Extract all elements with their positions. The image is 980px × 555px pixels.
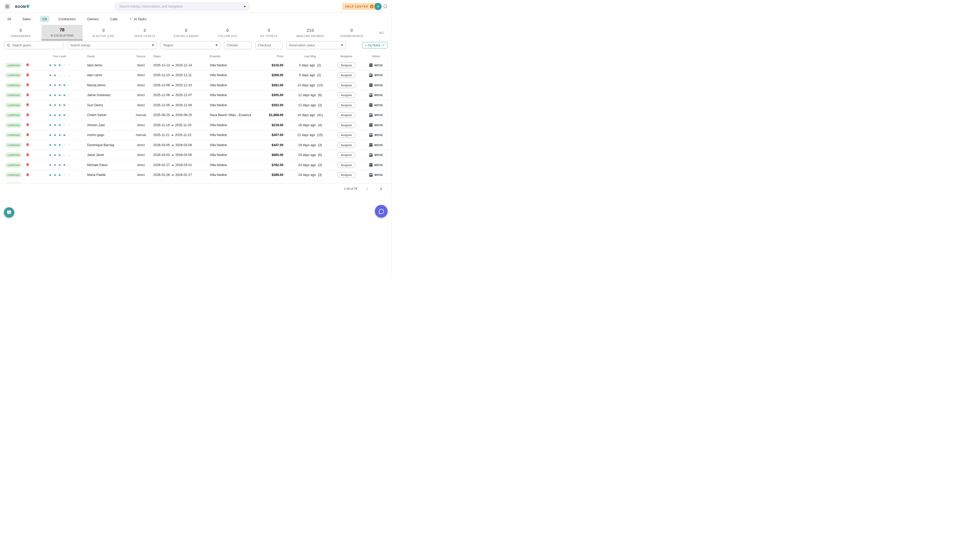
next-page-button[interactable]	[378, 186, 383, 191]
fun-level-rating[interactable]: ★★★★☆	[32, 103, 87, 107]
star-icon[interactable]: ★	[53, 143, 56, 147]
stat-overbookings[interactable]: 0 OVERBOOKINGS	[331, 25, 373, 40]
star-icon[interactable]: ★	[53, 83, 56, 87]
fun-level-rating[interactable]: ★★★★☆	[32, 83, 87, 87]
star-icon[interactable]: ★	[53, 93, 56, 97]
star-icon[interactable]: ★	[49, 133, 52, 137]
star-icon[interactable]: ★	[53, 64, 56, 67]
assignee-button[interactable]: Assignee	[337, 92, 355, 98]
star-icon[interactable]: ☆	[67, 103, 71, 107]
star-icon[interactable]: ★	[49, 143, 52, 147]
previous-page-button[interactable]	[365, 186, 370, 191]
star-icon[interactable]: ☆	[67, 83, 71, 87]
tab-owners[interactable]: Owners	[85, 16, 101, 22]
move-button[interactable]: MOVE	[369, 114, 383, 117]
star-icon[interactable]: ★	[58, 163, 61, 167]
star-icon[interactable]: ☆	[67, 114, 71, 117]
assignee-button[interactable]: Assignee	[337, 122, 355, 128]
star-icon[interactable]: ★	[49, 124, 52, 127]
assignee-button[interactable]: Assignee	[337, 142, 355, 148]
fun-level-rating[interactable]: ★★★★☆	[32, 93, 87, 97]
star-icon[interactable]: ★	[53, 124, 56, 127]
star-icon[interactable]: ★	[49, 173, 52, 177]
star-icon[interactable]: ★	[58, 173, 61, 177]
property-name[interactable]: Villa Nedine	[202, 93, 262, 97]
star-icon[interactable]: ☆	[67, 64, 71, 67]
star-icon[interactable]: ★	[63, 103, 66, 107]
add-button[interactable]: +	[374, 3, 382, 10]
move-button[interactable]: MOVE	[369, 64, 383, 67]
property-name[interactable]: Villa Nedine	[202, 173, 262, 177]
assignee-button[interactable]: Assignee	[337, 172, 355, 178]
search-listings-select[interactable]: Search listings	[67, 41, 157, 49]
star-icon[interactable]: ☆	[67, 133, 71, 137]
star-icon[interactable]: ★	[63, 83, 66, 87]
stat-awaiting-payment[interactable]: 210 AWAITING PAYMENT	[289, 25, 331, 40]
star-icon[interactable]: ★	[63, 114, 66, 117]
star-icon[interactable]: ★	[58, 103, 61, 107]
star-icon[interactable]: ★	[58, 133, 61, 137]
guest-name[interactable]: Janet Janet	[87, 153, 131, 157]
guest-name[interactable]: Idan demo	[87, 64, 131, 67]
checkin-input[interactable]	[227, 43, 249, 47]
fun-level-rating[interactable]: ★★★★☆	[32, 163, 87, 167]
stat-my-tickets[interactable]: 0 MY TICKETS	[248, 25, 289, 40]
checkout-input[interactable]	[258, 43, 280, 47]
star-icon[interactable]: ☆	[63, 124, 66, 127]
chevron-down-icon[interactable]	[244, 6, 246, 7]
move-button[interactable]: MOVE	[369, 124, 383, 127]
guest-name[interactable]: Michael Paton	[87, 163, 131, 167]
assignee-button[interactable]: Assignee	[337, 152, 355, 158]
guest-name[interactable]: Ahmen Zaid	[87, 124, 131, 127]
star-icon[interactable]: ★	[53, 173, 56, 177]
property-name[interactable]: Villa Nedine	[202, 163, 262, 167]
star-icon[interactable]: ★	[58, 93, 61, 97]
star-icon[interactable]: ★	[49, 163, 52, 167]
stat-ai-escalations[interactable]: 78 AI ESCALATIONS	[42, 25, 83, 40]
star-icon[interactable]: ★	[53, 163, 56, 167]
assignee-button[interactable]: Assignee	[337, 102, 355, 108]
tab-sales[interactable]: Sales	[20, 16, 33, 22]
notifications-bell-button[interactable]	[382, 4, 388, 9]
tab-cs[interactable]: CS	[40, 16, 49, 22]
move-button[interactable]: MOVE	[369, 74, 383, 77]
star-icon[interactable]: ★	[49, 93, 52, 97]
move-button[interactable]: MOVE	[369, 103, 383, 107]
guest-name[interactable]: Maciej demo	[87, 83, 131, 87]
star-icon[interactable]: ☆	[67, 143, 71, 147]
move-button[interactable]: MOVE	[369, 153, 383, 157]
help-center-button[interactable]: HELP CENTER ?	[342, 3, 377, 10]
property-name[interactable]: Villa Nedine	[202, 124, 262, 127]
fun-level-rating[interactable]: ★★★☆☆	[32, 64, 87, 67]
star-icon[interactable]: ☆	[67, 93, 71, 97]
move-button[interactable]: MOVE	[369, 93, 383, 97]
guest-name[interactable]: Chaim Salzer	[87, 113, 131, 117]
star-icon[interactable]: ☆	[67, 153, 71, 157]
guest-name[interactable]: Dominique Barclay	[87, 143, 131, 147]
star-icon[interactable]: ☆	[63, 74, 66, 77]
star-icon[interactable]: ★	[49, 114, 52, 117]
star-icon[interactable]: ★	[58, 114, 61, 117]
fun-level-rating[interactable]: ★★★☆☆	[32, 124, 87, 127]
star-icon[interactable]: ☆	[67, 173, 71, 177]
tab-all[interactable]: All	[5, 16, 13, 22]
search-guest-input[interactable]	[12, 43, 61, 47]
tab-calls[interactable]: Calls	[108, 16, 120, 22]
stat-all[interactable]: ALL	[372, 25, 392, 40]
star-icon[interactable]: ☆	[58, 74, 61, 77]
more-filters-button[interactable]: + FILTERS	[362, 42, 387, 48]
star-icon[interactable]: ☆	[67, 163, 71, 167]
property-name[interactable]: Villa Nedine	[202, 83, 262, 87]
guest-name[interactable]: Marta Pawlik	[87, 173, 131, 177]
star-icon[interactable]: ☆	[67, 124, 71, 127]
messenger-chat-button[interactable]	[375, 205, 387, 218]
assignee-button[interactable]: Assignee	[337, 63, 355, 68]
star-icon[interactable]: ★	[58, 124, 61, 127]
assignee-button[interactable]: Assignee	[337, 82, 355, 88]
star-icon[interactable]: ★	[53, 74, 56, 77]
move-button[interactable]: MOVE	[369, 83, 383, 87]
star-icon[interactable]: ★	[49, 64, 52, 67]
star-icon[interactable]: ★	[63, 93, 66, 97]
property-name[interactable]: Villa Nedine	[202, 64, 262, 67]
move-button[interactable]: MOVE	[369, 143, 383, 147]
